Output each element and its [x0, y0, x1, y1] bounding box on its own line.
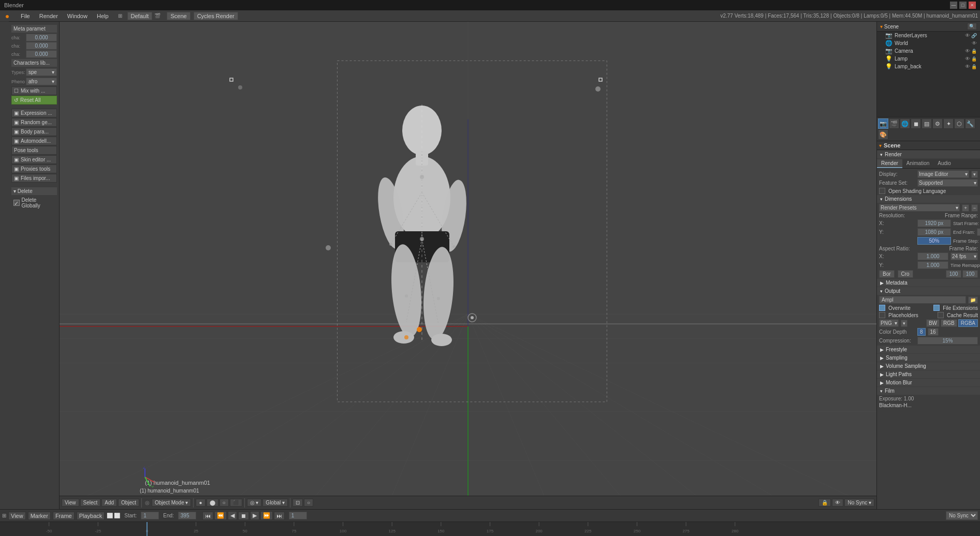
- channel-2-input[interactable]: [26, 42, 57, 50]
- vp-mode-dropdown[interactable]: Object Mode ▾: [152, 499, 191, 507]
- format-options-btn[interactable]: ▾: [901, 320, 908, 327]
- vp-object-btn[interactable]: Object: [118, 499, 139, 507]
- render-tab-audio[interactable]: Audio: [933, 159, 955, 168]
- world-eye-icon[interactable]: 👁: [972, 40, 977, 46]
- viewport[interactable]: User Persp: [60, 22, 876, 509]
- outliner-search-btn[interactable]: 🔍: [967, 23, 977, 30]
- vp-shade-wire[interactable]: ○: [220, 499, 229, 507]
- tl-marker-btn[interactable]: Marker: [28, 512, 51, 520]
- presets-del-btn[interactable]: −: [971, 204, 978, 212]
- renderlayers-eye-icon[interactable]: 👁: [965, 33, 970, 38]
- prop-tab-scene[interactable]: 🎬: [889, 118, 899, 129]
- outliner-item-camera[interactable]: 📷 Camera 👁 🔒: [877, 47, 980, 55]
- camera-eye-icon[interactable]: 👁: [965, 48, 970, 54]
- characters-lib-header[interactable]: Characters lib...: [11, 59, 57, 67]
- time-old-input[interactable]: [946, 270, 961, 278]
- motion-blur-header[interactable]: ▶ Motion Blur: [877, 379, 980, 386]
- camera-restrict-icon[interactable]: 🔒: [971, 49, 977, 54]
- light-paths-header[interactable]: ▶ Light Paths: [877, 370, 980, 378]
- tl-play-back-btn[interactable]: ◀: [228, 511, 237, 520]
- vp-pivot[interactable]: ◎ ▾: [247, 499, 262, 507]
- automodell-button[interactable]: ▣ Automodell...: [11, 137, 57, 145]
- output-path-btn[interactable]: 📁: [968, 296, 978, 304]
- tl-jump-start-btn[interactable]: ⏮: [202, 512, 213, 520]
- delete-globally-checkbox[interactable]: ✓: [13, 200, 20, 206]
- tl-step-fwd-btn[interactable]: ⏩: [260, 511, 273, 520]
- lamp-back-restrict-icon[interactable]: 🔒: [971, 64, 977, 69]
- render-tab-render[interactable]: Render: [877, 159, 902, 168]
- vp-sync[interactable]: No Sync ▾: [844, 499, 874, 507]
- crop-btn[interactable]: Cro: [898, 270, 913, 278]
- close-button[interactable]: ✕: [969, 2, 976, 9]
- format-bw-btn[interactable]: BW: [926, 319, 940, 327]
- aspect-x-input[interactable]: [917, 252, 948, 260]
- vp-select-btn[interactable]: Select: [80, 499, 101, 507]
- vp-hide[interactable]: 👁: [832, 499, 843, 507]
- format-rgba-btn[interactable]: RGBA: [958, 319, 978, 327]
- display-dropdown[interactable]: Image Editor ▾: [917, 170, 969, 178]
- end-frame-tl-input[interactable]: [178, 512, 196, 519]
- prop-tab-world[interactable]: 🌐: [900, 118, 910, 129]
- layout-name[interactable]: Default: [127, 12, 153, 20]
- tl-step-back-btn[interactable]: ⏪: [214, 511, 227, 520]
- prop-tab-modifiers[interactable]: ⚙: [932, 118, 943, 129]
- vp-shade-tex[interactable]: ⬛: [230, 499, 242, 507]
- prop-tab-constraints[interactable]: ▤: [922, 118, 932, 129]
- meta-param-header[interactable]: Meta paramet: [11, 25, 57, 33]
- render-engine-selector[interactable]: Cycles Render: [194, 12, 238, 20]
- display-options-btn[interactable]: ▾: [971, 171, 978, 178]
- format-dropdown[interactable]: PNG ▾: [879, 319, 899, 327]
- border-btn[interactable]: Bor: [879, 270, 895, 278]
- vp-snap[interactable]: ⊡: [292, 499, 303, 507]
- lamp-eye-icon[interactable]: 👁: [965, 56, 970, 62]
- res-x-input[interactable]: [917, 219, 951, 227]
- framerate-dropdown[interactable]: 24 fps ▾: [950, 252, 978, 260]
- lamp-restrict-icon[interactable]: 🔒: [971, 56, 977, 62]
- outliner-item-lamp-back[interactable]: 💡 Lamp_back 👁 🔒: [877, 63, 980, 70]
- maximize-button[interactable]: □: [959, 2, 967, 9]
- types-dropdown[interactable]: spe ▾: [26, 68, 57, 76]
- vp-add-btn[interactable]: Add: [101, 499, 117, 507]
- overwrite-checkbox[interactable]: [879, 305, 885, 311]
- menu-window[interactable]: Window: [63, 12, 92, 20]
- body-para-button[interactable]: ▣ Body para...: [11, 127, 57, 136]
- pheno-dropdown[interactable]: afro ▾: [26, 78, 57, 85]
- film-header[interactable]: ▾ Film: [877, 387, 980, 395]
- render-section-header[interactable]: ▾ Render: [877, 151, 980, 158]
- presets-add-btn[interactable]: +: [962, 204, 969, 212]
- cache-result-checkbox[interactable]: [938, 312, 944, 318]
- vp-proportional[interactable]: ○: [304, 499, 313, 507]
- aspect-y-input[interactable]: [917, 261, 948, 269]
- output-header[interactable]: ▾ Output: [877, 287, 980, 295]
- metadata-header[interactable]: ▶ Metadata: [877, 279, 980, 287]
- vp-view-btn[interactable]: View: [62, 499, 79, 507]
- file-ext-checkbox[interactable]: [933, 305, 940, 311]
- prop-tab-material[interactable]: 🎨: [878, 129, 888, 140]
- render-presets-dropdown[interactable]: Render Presets ▾: [879, 204, 960, 212]
- render-tab-animation[interactable]: Animation: [902, 159, 933, 168]
- format-rgb-btn[interactable]: RGB: [941, 319, 957, 327]
- shading-checkbox[interactable]: [879, 188, 885, 194]
- tl-jump-end-btn[interactable]: ⏭: [274, 512, 285, 520]
- prop-tab-data[interactable]: 🔧: [965, 118, 975, 129]
- outliner-item-world[interactable]: 🌐 World 👁: [877, 39, 980, 47]
- sync-dropdown[interactable]: No Sync: [946, 511, 978, 520]
- prop-tab-render[interactable]: 📷: [878, 118, 888, 129]
- dimensions-header[interactable]: ▾ Dimensions: [877, 195, 980, 203]
- tl-view-btn[interactable]: View: [8, 512, 26, 520]
- start-frame-tl-input[interactable]: [141, 512, 159, 519]
- skin-editor-button[interactable]: ▣ Skin editor ...: [11, 155, 57, 164]
- placeholders-checkbox[interactable]: [879, 312, 885, 318]
- sampling-header[interactable]: ▶ Sampling: [877, 354, 980, 362]
- end-frame-input[interactable]: [977, 228, 980, 236]
- color-depth-16-btn[interactable]: 16: [928, 328, 939, 336]
- timeline-ruler[interactable]: -50 -25 0 25 50 75 100 125 150 175: [0, 522, 980, 536]
- channel-1-input[interactable]: [26, 34, 57, 41]
- menu-file[interactable]: File: [17, 12, 34, 20]
- renderlayers-link-icon[interactable]: 🔗: [971, 33, 977, 38]
- pose-tools-button[interactable]: Pose tools: [11, 146, 57, 155]
- scene-name[interactable]: Scene: [167, 12, 190, 20]
- menu-help[interactable]: Help: [93, 12, 113, 20]
- tl-playback-btn[interactable]: Playback: [77, 512, 105, 520]
- res-pct-input[interactable]: [917, 237, 951, 245]
